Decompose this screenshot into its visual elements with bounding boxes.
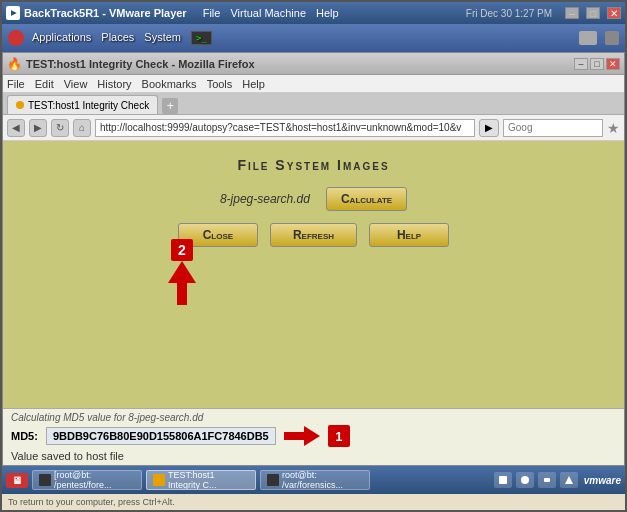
help-button[interactable]: Help [369, 223, 449, 247]
taskbar-icon-0 [39, 474, 51, 486]
ff-menu-file[interactable]: File [7, 78, 25, 90]
ff-menu-bookmarks[interactable]: Bookmarks [142, 78, 197, 90]
arrow-shaft-right [284, 432, 304, 440]
refresh-button[interactable]: Refresh [270, 223, 357, 247]
taskbar-icon-1 [153, 474, 165, 486]
terminal-icon[interactable]: >_ [191, 31, 212, 45]
datetime-display: Fri Dec 30 1:27 PM [466, 8, 552, 19]
status-bar: Calculating MD5 value for 8-jpeg-search.… [3, 408, 624, 465]
reload-button[interactable]: ↻ [51, 119, 69, 137]
status-line3: Value saved to host file [11, 450, 616, 462]
places-menu[interactable]: Places [101, 31, 134, 45]
start-terminal[interactable]: 🖥 [6, 473, 28, 488]
firefox-tabs: TEST:host1 Integrity Check + [3, 93, 624, 115]
arrow-head-right [304, 426, 320, 446]
titlebar-right: Fri Dec 30 1:27 PM – □ ✕ [466, 7, 621, 19]
taskbar-app-1[interactable]: TEST:host1 Integrity C... [146, 470, 256, 490]
taskbar-icon-2 [267, 474, 279, 486]
firefox-addressbar: ◀ ▶ ↻ ⌂ ▶ ★ [3, 115, 624, 141]
taskbar-app-2[interactable]: root@bt: /var/forensics... [260, 470, 370, 490]
maximize-button[interactable]: □ [586, 7, 600, 19]
guest-taskbar-top: Applications Places System >_ [2, 24, 625, 52]
firefox-maximize[interactable]: □ [590, 58, 604, 70]
home-button[interactable]: ⌂ [73, 119, 91, 137]
status-line1: Calculating MD5 value for 8-jpeg-search.… [11, 412, 616, 423]
ff-menu-help[interactable]: Help [242, 78, 265, 90]
address-input[interactable] [95, 119, 475, 137]
taskbar-label-2: root@bt: /var/forensics... [282, 470, 363, 490]
vmware-menu-vm[interactable]: Virtual Machine [226, 7, 310, 19]
tray-icon-2 [516, 472, 534, 488]
back-button[interactable]: ◀ [7, 119, 25, 137]
system-tray [494, 472, 578, 488]
close-button[interactable]: ✕ [607, 7, 621, 19]
file-label: 8-jpeg-search.dd [220, 192, 310, 206]
bookmark-icon[interactable]: ★ [607, 120, 620, 136]
annotation-2: 2 [168, 239, 196, 305]
titlebar-left: ▶ BackTrack5R1 - VMware Player File Virt… [6, 6, 466, 20]
annotation-1-label: 1 [328, 425, 350, 447]
guest-menu: Applications Places System >_ [32, 31, 212, 45]
firefox-close[interactable]: ✕ [606, 58, 620, 70]
forward-button[interactable]: ▶ [29, 119, 47, 137]
firefox-minimize[interactable]: – [574, 58, 588, 70]
applications-menu[interactable]: Applications [32, 31, 91, 45]
vmware-title: BackTrack5R1 - VMware Player [24, 7, 187, 19]
start-icon: 🖥 [12, 475, 22, 486]
system-menu[interactable]: System [144, 31, 181, 45]
sound-tray-icon [605, 31, 619, 45]
action-buttons: Close Refresh Help [178, 223, 449, 247]
taskbar-right-area: vmware [494, 472, 621, 488]
vmware-menu-help[interactable]: Help [312, 7, 343, 19]
ff-menu-tools[interactable]: Tools [207, 78, 233, 90]
new-tab-button[interactable]: + [162, 98, 178, 114]
vmware-logo-tray: vmware [584, 475, 621, 486]
vmware-menu: File Virtual Machine Help [199, 7, 343, 19]
svg-rect-0 [499, 476, 507, 484]
minimize-button[interactable]: – [565, 7, 579, 19]
md5-row: MD5: 9BDB9C76B80E90D155806A1FC7846DB5 1 [11, 425, 616, 447]
return-bar: To return to your computer, press Ctrl+A… [2, 494, 625, 510]
guest-taskbar-bottom: 🖥 [root@bt: /pentest/fore... TEST:host1 … [2, 466, 625, 494]
tab-favicon [16, 101, 24, 109]
go-button[interactable]: ▶ [479, 119, 499, 137]
svg-marker-3 [565, 476, 573, 484]
page-title: File System Images [237, 157, 389, 173]
guest-taskbar-right [579, 31, 619, 45]
return-text: To return to your computer, press Ctrl+A… [8, 497, 175, 507]
tab-label: TEST:host1 Integrity Check [28, 100, 149, 111]
md5-label: MD5: [11, 430, 38, 442]
search-input[interactable] [503, 119, 603, 137]
vmware-titlebar: ▶ BackTrack5R1 - VMware Player File Virt… [2, 2, 625, 24]
firefox-titlebar: 🔥 TEST:host1 Integrity Check - Mozilla F… [3, 53, 624, 75]
arrow-up-icon [168, 261, 196, 283]
firefox-window: 🔥 TEST:host1 Integrity Check - Mozilla F… [2, 52, 625, 466]
arrow-right [284, 426, 320, 446]
tray-icon-1 [494, 472, 512, 488]
arrow-shaft [177, 283, 187, 305]
ff-menu-view[interactable]: View [64, 78, 88, 90]
ff-menu-edit[interactable]: Edit [35, 78, 54, 90]
taskbar-app-0[interactable]: [root@bt: /pentest/fore... [32, 470, 142, 490]
firefox-menubar: File Edit View History Bookmarks Tools H… [3, 75, 624, 93]
file-row: 8-jpeg-search.dd Calculate [220, 187, 407, 211]
vmware-logo-icon: ▶ [6, 6, 20, 20]
firefox-window-controls: – □ ✕ [574, 58, 620, 70]
ff-menu-history[interactable]: History [97, 78, 131, 90]
vmware-menu-file[interactable]: File [199, 7, 225, 19]
calculate-button[interactable]: Calculate [326, 187, 407, 211]
annotation-1: 1 [284, 425, 350, 447]
taskbar-label-1: TEST:host1 Integrity C... [168, 470, 249, 490]
firefox-title: TEST:host1 Integrity Check - Mozilla Fir… [26, 58, 574, 70]
taskbar-label-0: [root@bt: /pentest/fore... [54, 470, 135, 490]
svg-rect-2 [544, 478, 550, 482]
content-area: File System Images 8-jpeg-search.dd Calc… [3, 141, 624, 465]
tray-icon-3 [538, 472, 556, 488]
active-tab[interactable]: TEST:host1 Integrity Check [7, 95, 158, 114]
status-section: Calculating MD5 value for 8-jpeg-search.… [3, 408, 624, 465]
backtrack-logo-icon [8, 30, 24, 46]
tray-icon-4 [560, 472, 578, 488]
svg-point-1 [521, 476, 529, 484]
md5-value: 9BDB9C76B80E90D155806A1FC7846DB5 [46, 427, 276, 445]
vmware-window: ▶ BackTrack5R1 - VMware Player File Virt… [0, 0, 627, 512]
